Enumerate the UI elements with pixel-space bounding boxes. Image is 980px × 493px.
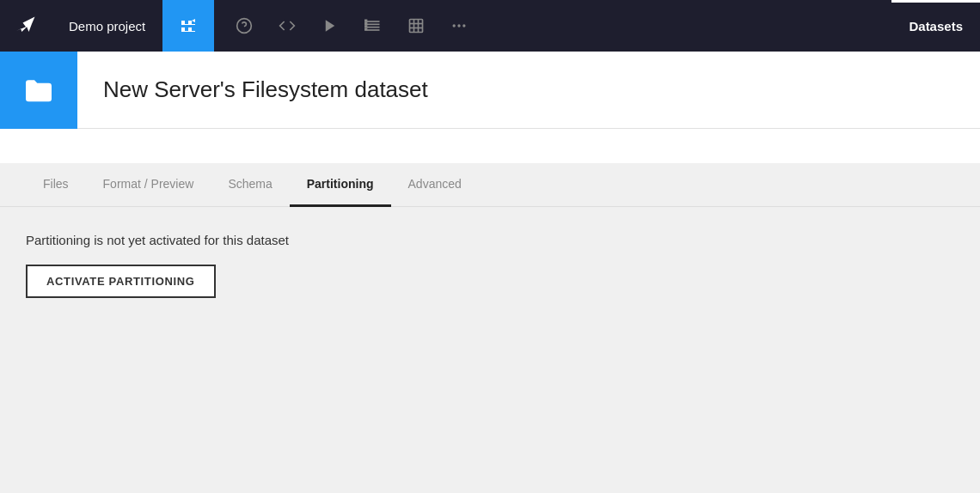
datasets-nav[interactable]: Datasets (891, 0, 980, 52)
svg-rect-10 (365, 26, 367, 27)
tab-files[interactable]: Files (26, 163, 86, 207)
topbar: Demo project (0, 0, 980, 52)
more-options-icon[interactable] (438, 0, 481, 52)
active-nav-button[interactable] (162, 0, 214, 52)
svg-marker-3 (326, 20, 335, 32)
help-circle-icon[interactable] (223, 0, 266, 52)
play-icon[interactable] (309, 0, 352, 52)
folder-icon (21, 73, 56, 107)
svg-rect-12 (410, 20, 423, 33)
tab-partitioning-label: Partitioning (307, 177, 374, 191)
svg-point-17 (453, 24, 456, 27)
project-name[interactable]: Demo project (52, 0, 162, 52)
svg-point-19 (462, 24, 465, 27)
app-logo[interactable] (0, 0, 52, 52)
tab-files-label: Files (43, 177, 69, 191)
topbar-icons (214, 0, 891, 52)
spacer (0, 129, 980, 163)
datasets-label: Datasets (909, 19, 963, 33)
bird-icon (14, 14, 38, 38)
tab-partitioning[interactable]: Partitioning (290, 163, 391, 207)
table-icon[interactable] (395, 0, 438, 52)
flow-icon (178, 15, 199, 36)
dataset-folder-icon (0, 52, 77, 129)
content-area: Partitioning is not yet activated for th… (0, 207, 980, 324)
svg-marker-0 (192, 19, 195, 22)
svg-rect-11 (365, 28, 367, 30)
svg-point-18 (458, 24, 461, 27)
project-name-label: Demo project (69, 19, 145, 33)
svg-rect-9 (365, 23, 367, 25)
tab-format-preview-label: Format / Preview (103, 177, 194, 191)
partitioning-message: Partitioning is not yet activated for th… (26, 233, 954, 247)
code-icon[interactable] (266, 0, 309, 52)
tab-advanced[interactable]: Advanced (391, 163, 479, 207)
tabs-container: Files Format / Preview Schema Partitioni… (0, 163, 980, 207)
dataset-header: New Server's Filesystem dataset (0, 52, 980, 129)
activate-partitioning-button[interactable]: ACTIVATE PARTITIONING (26, 265, 216, 298)
tab-advanced-label: Advanced (408, 177, 462, 191)
dataset-title: New Server's Filesystem dataset (77, 76, 454, 103)
tab-format-preview[interactable]: Format / Preview (86, 163, 211, 207)
list-icon[interactable] (352, 0, 395, 52)
tab-schema-label: Schema (228, 177, 272, 191)
tab-schema[interactable]: Schema (211, 163, 289, 207)
svg-rect-8 (365, 20, 367, 21)
